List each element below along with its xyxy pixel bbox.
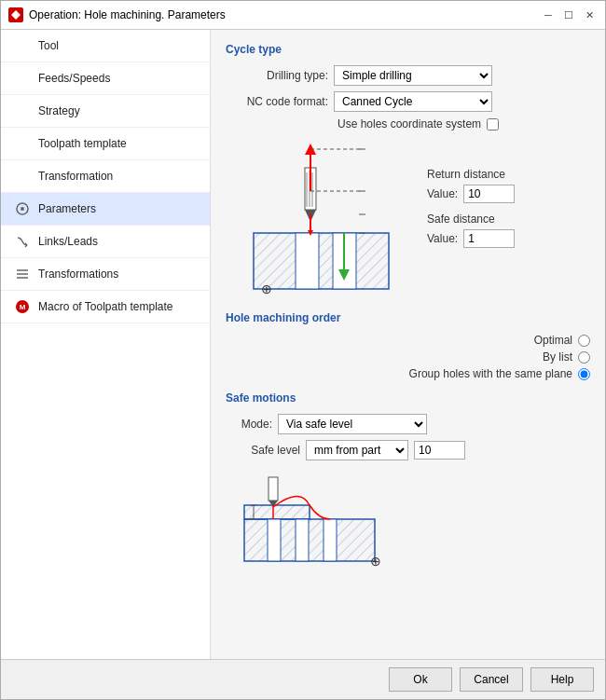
sidebar-item-transformations[interactable]: Transformations [1, 258, 210, 291]
tool-icon [14, 37, 31, 54]
sidebar-item-label: Feeds/Speeds [38, 72, 110, 85]
svg-rect-28 [244, 519, 375, 561]
safe-distance-label: Safe distance [427, 213, 515, 226]
optimal-radio[interactable] [578, 335, 590, 347]
transformation-icon [14, 168, 31, 185]
svg-text:⊕: ⊕ [370, 554, 381, 569]
return-distance-group: Return distance Value: 10 [427, 168, 515, 203]
by-list-label: By list [543, 350, 572, 364]
ok-button[interactable]: Ok [389, 667, 452, 692]
transformations-icon [14, 266, 31, 282]
hole-order-section: Hole machining order Optimal By list Gro… [226, 311, 590, 380]
sidebar-item-label: Transformation [38, 170, 113, 183]
drilling-type-row: Drilling type: Simple drilling [226, 65, 590, 86]
safe-distance-group: Safe distance Value: 1 [427, 213, 515, 248]
mode-label: Mode: [226, 418, 272, 431]
sidebar-item-label: Tool [38, 39, 59, 52]
sidebar-item-transformation[interactable]: Transformation [1, 160, 210, 193]
links-icon [14, 233, 31, 250]
footer: Ok Cancel Help [1, 659, 605, 699]
optimal-label: Optimal [534, 334, 572, 347]
cycle-type-section: Cycle type Drilling type: Simple drillin… [226, 43, 590, 130]
minimize-button[interactable]: ─ [540, 7, 557, 23]
sidebar-item-label: Strategy [38, 104, 80, 117]
safe-level-row: Safe level mm from part mm above part ab… [226, 440, 590, 460]
mode-row: Mode: Via safe level Via clearance level… [226, 414, 590, 434]
app-icon [8, 7, 23, 22]
toolpath-icon [14, 135, 31, 152]
svg-text:M: M [20, 303, 26, 311]
return-value-label: Value: [427, 187, 458, 200]
safe-level-unit-select[interactable]: mm from part mm above part absolute [306, 440, 408, 460]
return-distance-label: Return distance [427, 168, 515, 181]
macro-icon: M [14, 298, 31, 315]
use-holes-row: Use holes coordinate system [337, 117, 590, 130]
sidebar-item-label: Macro of Toolpath template [38, 300, 173, 313]
sidebar-item-label: Links/Leads [38, 235, 98, 248]
sidebar: Tool Feeds/Speeds Strategy Toolpath temp… [1, 30, 211, 659]
strategy-icon [14, 103, 31, 119]
sidebar-item-label: Parameters [38, 202, 96, 215]
sidebar-item-parameters[interactable]: Parameters [1, 193, 210, 226]
return-value-input[interactable]: 10 [463, 185, 515, 203]
safe-level-label: Safe level [226, 444, 300, 457]
nc-code-row: NC code format: Canned Cycle [226, 91, 590, 112]
optimal-row: Optimal [534, 334, 590, 347]
parameters-icon [14, 200, 31, 217]
safe-value-label: Value: [427, 232, 458, 245]
help-button[interactable]: Help [530, 667, 594, 692]
diagram-area: ⊕ Return distance Value: 10 Safe distanc… [226, 140, 590, 298]
drilling-type-select[interactable]: Simple drilling [334, 65, 492, 86]
use-holes-checkbox[interactable] [487, 118, 499, 130]
by-list-row: By list [543, 350, 590, 364]
safe-motions-diagram: ⊕ [226, 468, 393, 570]
svg-rect-30 [268, 519, 281, 561]
drill-diagram: ⊕ [226, 140, 412, 298]
use-holes-label: Use holes coordinate system [337, 117, 481, 130]
svg-rect-9 [296, 233, 319, 289]
hole-order-radio-group: Optimal By list Group holes with the sam… [226, 334, 590, 380]
main-content: Tool Feeds/Speeds Strategy Toolpath temp… [1, 30, 605, 659]
safe-value-input[interactable]: 1 [463, 229, 515, 248]
cycle-type-title: Cycle type [226, 43, 590, 56]
sidebar-item-links-leads[interactable]: Links/Leads [1, 226, 210, 258]
sidebar-item-label: Toolpath template [38, 137, 127, 150]
sidebar-item-feeds-speeds[interactable]: Feeds/Speeds [1, 62, 210, 95]
cancel-button[interactable]: Cancel [460, 667, 523, 692]
mode-select[interactable]: Via safe level Via clearance level Direc… [278, 414, 427, 434]
group-holes-radio[interactable] [578, 368, 590, 380]
svg-rect-33 [269, 477, 278, 501]
close-button[interactable]: ✕ [581, 7, 598, 23]
sidebar-item-macro-toolpath[interactable]: M Macro of Toolpath template [1, 291, 210, 323]
feeds-icon [14, 70, 31, 87]
nc-code-select[interactable]: Canned Cycle [334, 91, 492, 112]
sidebar-item-label: Transformations [38, 268, 118, 281]
group-holes-label: Group holes with the same plane [409, 367, 572, 380]
safe-motions-section: Safe motions Mode: Via safe level Via cl… [226, 391, 590, 573]
drilling-type-label: Drilling type: [226, 69, 328, 82]
by-list-radio[interactable] [578, 351, 590, 364]
svg-rect-31 [296, 519, 309, 561]
sidebar-item-tool[interactable]: Tool [1, 30, 210, 62]
sidebar-item-strategy[interactable]: Strategy [1, 95, 210, 128]
maximize-button[interactable]: ☐ [560, 7, 577, 23]
safe-level-value-input[interactable]: 10 [414, 441, 465, 460]
right-values: Return distance Value: 10 Safe distance … [427, 140, 515, 298]
title-bar: Operation: Hole machining. Parameters ─ … [1, 1, 605, 30]
safe-motions-title: Safe motions [226, 391, 590, 405]
nc-code-label: NC code format: [226, 95, 328, 108]
sidebar-item-toolpath-template[interactable]: Toolpath template [1, 128, 210, 160]
svg-point-1 [21, 207, 24, 211]
svg-rect-8 [254, 233, 389, 289]
window-title: Operation: Hole machining. Parameters [29, 8, 226, 21]
main-window: Operation: Hole machining. Parameters ─ … [0, 0, 606, 700]
svg-rect-32 [324, 519, 337, 561]
svg-text:⊕: ⊕ [261, 281, 272, 296]
hole-order-title: Hole machining order [226, 311, 590, 324]
group-holes-row: Group holes with the same plane [409, 367, 590, 380]
right-panel: Cycle type Drilling type: Simple drillin… [211, 30, 605, 659]
